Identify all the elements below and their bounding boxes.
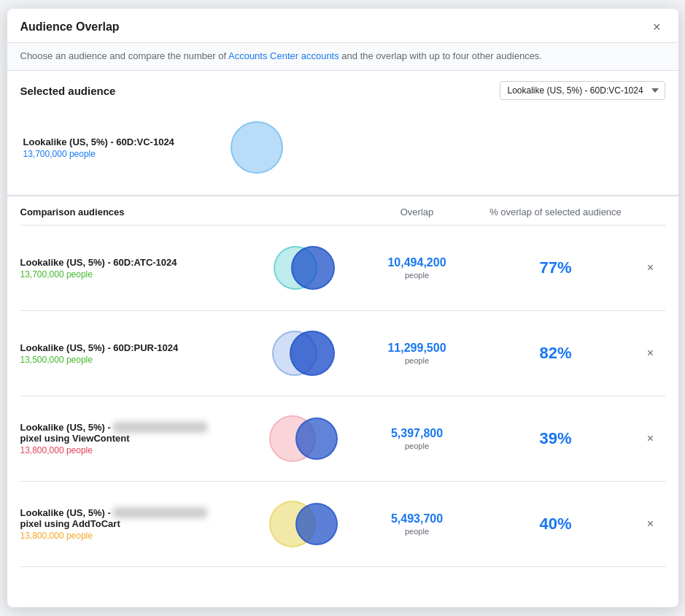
row2-overlap-pct: 82% (476, 344, 636, 363)
row4-overlap-sub: people (359, 527, 476, 536)
row1-overlap: 10,494,200 people (359, 256, 476, 280)
row4-audience-info: Lookalike (US, 5%) - XXXXXXXXXXXXXX pixe… (20, 507, 254, 541)
venn3-right-circle (295, 417, 338, 460)
row4-name: Lookalike (US, 5%) - XXXXXXXXXXXXXX pixe… (20, 507, 254, 529)
row4-overlap: 5,493,700 people (359, 512, 476, 536)
row2-count: 13,500,000 people (20, 355, 254, 365)
comparison-row: Lookalike (US, 5%) - XXXXXXXXXXXXXX pixe… (20, 396, 665, 482)
row4-name-blurred: XXXXXXXXXXXXXX (113, 507, 207, 518)
row4-overlap-number: 5,493,700 (359, 512, 476, 525)
overlap-col-header: Overlap (359, 207, 476, 217)
comparison-header: Comparison audiences Overlap % overlap o… (20, 196, 665, 226)
comparison-row: Lookalike (US, 5%) - 60D:PUR-1024 13,500… (20, 311, 665, 396)
comparison-title: Comparison audiences (20, 207, 254, 217)
row3-venn (266, 409, 347, 468)
row3-audience-info: Lookalike (US, 5%) - XXXXXXXXXXXXXX pixe… (20, 422, 254, 455)
desc-prefix: Choose an audience and compare the numbe… (20, 50, 228, 61)
comparison-section: Comparison audiences Overlap % overlap o… (7, 196, 678, 567)
row1-overlap-number: 10,494,200 (359, 256, 476, 269)
row4-overlap-pct: 40% (476, 515, 636, 534)
selected-audience-info: Lookalike (US, 5%) - 60D:VC-1024 13,700,… (23, 136, 198, 159)
venn4-right-circle (295, 503, 338, 545)
row3-overlap: 5,397,800 people (359, 427, 476, 450)
row3-name: Lookalike (US, 5%) - XXXXXXXXXXXXXX pixe… (20, 422, 254, 444)
row1-count: 13,700,000 people (20, 269, 254, 280)
row1-remove-button[interactable]: × (636, 261, 665, 274)
venn2-right-circle (290, 331, 335, 376)
row2-overlap: 11,299,500 people (359, 342, 476, 365)
audience-dropdown[interactable]: Lookalike (US, 5%) - 60D:VC-1024 (500, 81, 665, 100)
selected-audience-section: Selected audience Lookalike (US, 5%) - 6… (7, 71, 678, 196)
row2-overlap-number: 11,299,500 (359, 342, 476, 355)
row3-overlap-sub: people (359, 442, 476, 450)
audience-overlap-modal: Audience Overlap × Choose an audience an… (7, 9, 678, 607)
row4-remove-button[interactable]: × (636, 517, 665, 531)
row3-remove-button[interactable]: × (636, 432, 665, 445)
overlap-pct-col-header: % overlap of selected audience (476, 207, 636, 217)
row3-name-blurred: XXXXXXXXXXXXXX (113, 422, 207, 433)
selected-audience-circle (198, 115, 315, 180)
selected-section-title: Selected audience (20, 85, 116, 97)
selected-audience-count: 13,700,000 people (23, 149, 198, 159)
row2-venn (266, 324, 347, 382)
venn1-right-circle (291, 246, 335, 290)
row1-venn (266, 239, 347, 297)
row4-venn (266, 495, 347, 553)
comparison-row: Lookalike (US, 5%) - 60D:ATC-1024 13,700… (20, 226, 665, 311)
close-button[interactable]: × (649, 19, 665, 35)
row1-audience-info: Lookalike (US, 5%) - 60D:ATC-1024 13,700… (20, 257, 254, 280)
row1-name: Lookalike (US, 5%) - 60D:ATC-1024 (20, 257, 254, 268)
selected-audience-content: Lookalike (US, 5%) - 60D:VC-1024 13,700,… (20, 107, 665, 185)
row2-name: Lookalike (US, 5%) - 60D:PUR-1024 (20, 342, 254, 353)
row1-overlap-sub: people (359, 271, 476, 280)
modal-title: Audience Overlap (20, 20, 120, 34)
modal-description: Choose an audience and compare the numbe… (7, 43, 678, 71)
row3-overlap-number: 5,397,800 (359, 427, 476, 440)
comparison-row: Lookalike (US, 5%) - XXXXXXXXXXXXXX pixe… (20, 482, 665, 567)
row2-overlap-sub: people (359, 356, 476, 365)
accounts-center-link[interactable]: Accounts Center accounts (228, 50, 339, 61)
selected-circle-shape (231, 121, 283, 174)
row2-audience-info: Lookalike (US, 5%) - 60D:PUR-1024 13,500… (20, 342, 254, 365)
row4-count: 13,800,000 people (20, 531, 254, 541)
row3-overlap-pct: 39% (476, 429, 636, 448)
modal-header: Audience Overlap × (7, 9, 678, 43)
row3-count: 13,800,000 people (20, 445, 254, 455)
selected-header-row: Selected audience Lookalike (US, 5%) - 6… (20, 81, 665, 100)
row1-overlap-pct: 77% (476, 258, 636, 277)
selected-audience-name: Lookalike (US, 5%) - 60D:VC-1024 (23, 136, 198, 147)
desc-suffix: and the overlap with up to four other au… (339, 50, 542, 61)
row2-remove-button[interactable]: × (636, 347, 665, 360)
